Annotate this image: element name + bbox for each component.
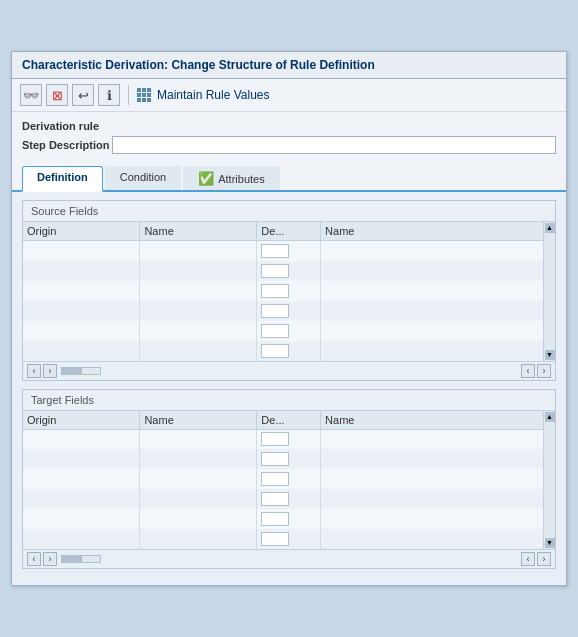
delete-icon: ⊠ (52, 88, 63, 103)
display-button[interactable]: 👓 (20, 84, 42, 106)
target-name-cell (140, 449, 257, 469)
target-name2-cell (321, 469, 555, 489)
title-bar: Characteristic Derivation: Change Struct… (12, 52, 566, 79)
target-left-nav: ‹ › (27, 552, 103, 566)
source-de-cell (257, 261, 321, 281)
target-scroll-left-btn[interactable]: ‹ (27, 552, 41, 566)
tab-definition[interactable]: Definition (22, 166, 103, 192)
target-de-cell (257, 529, 321, 549)
source-de-cell (257, 241, 321, 261)
target-name2-cell (321, 449, 555, 469)
target-name2-cell (321, 429, 555, 449)
source-fields-footer: ‹ › ‹ › (23, 361, 555, 380)
source-nav-right-btn[interactable]: › (537, 364, 551, 378)
table-row (23, 241, 555, 261)
target-name-cell (140, 469, 257, 489)
source-right-nav: ‹ › (521, 364, 551, 378)
table-row (23, 509, 555, 529)
target-de-header: De... (257, 411, 321, 430)
source-de-cell (257, 341, 321, 361)
target-de-cell (257, 469, 321, 489)
info-button[interactable]: ℹ (98, 84, 120, 106)
source-left-nav: ‹ › (27, 364, 103, 378)
toolbar: 👓 ⊠ ↩ ℹ Maintain Rule Values (12, 79, 566, 112)
target-name-cell (140, 429, 257, 449)
window-title: Characteristic Derivation: Change Struct… (22, 58, 375, 72)
target-name2-header: Name (321, 411, 555, 430)
tab-attributes-label: Attributes (218, 173, 264, 185)
derivation-rule-label: Derivation rule (22, 120, 112, 132)
derivation-rule-row: Derivation rule (22, 120, 556, 132)
step-description-row: Step Description (22, 136, 556, 154)
source-de-cell (257, 321, 321, 341)
source-de-cell (257, 301, 321, 321)
target-scroll-up-btn[interactable]: ▲ (545, 412, 555, 422)
source-name2-header: Name (321, 222, 555, 241)
tab-bar: Definition Condition ✅ Attributes (12, 162, 566, 192)
undo-button[interactable]: ↩ (72, 84, 94, 106)
target-name2-cell (321, 509, 555, 529)
source-name-cell (140, 321, 257, 341)
source-name2-cell (321, 341, 555, 361)
main-window: Characteristic Derivation: Change Struct… (11, 51, 567, 586)
source-scroll-left-btn[interactable]: ‹ (27, 364, 41, 378)
target-scroll-down-btn[interactable]: ▼ (545, 538, 555, 548)
target-origin-cell (23, 429, 140, 449)
target-origin-cell (23, 469, 140, 489)
target-scrollbar[interactable]: ▲ ▼ (543, 411, 555, 550)
target-fields-header-row: Origin Name De... Name (23, 411, 555, 430)
scroll-up-btn[interactable]: ▲ (545, 223, 555, 233)
source-origin-cell (23, 281, 140, 301)
target-de-cell (257, 489, 321, 509)
undo-icon: ↩ (78, 88, 89, 103)
target-nav-left-btn[interactable]: ‹ (521, 552, 535, 566)
source-name2-cell (321, 301, 555, 321)
target-h-scrollbar[interactable] (61, 555, 101, 563)
source-name2-cell (321, 281, 555, 301)
source-h-scrollbar[interactable] (61, 367, 101, 375)
source-scroll-right-btn[interactable]: › (43, 364, 57, 378)
source-nav-left-btn[interactable]: ‹ (521, 364, 535, 378)
tab-attributes-content: ✅ Attributes (198, 171, 264, 186)
table-row (23, 489, 555, 509)
target-scroll-right-btn[interactable]: › (43, 552, 57, 566)
maintain-rule-values-label: Maintain Rule Values (157, 88, 270, 102)
target-de-cell (257, 449, 321, 469)
tab-condition[interactable]: Condition (105, 166, 181, 190)
source-name-cell (140, 341, 257, 361)
scroll-down-btn[interactable]: ▼ (545, 350, 555, 360)
delete-button[interactable]: ⊠ (46, 84, 68, 106)
target-fields-table-container: Origin Name De... Name (23, 411, 555, 550)
target-fields-footer: ‹ › ‹ › (23, 549, 555, 568)
separator (128, 85, 129, 105)
source-origin-cell (23, 321, 140, 341)
table-row (23, 341, 555, 361)
source-scrollbar[interactable]: ▲ ▼ (543, 222, 555, 361)
step-description-input[interactable] (112, 136, 556, 154)
target-de-cell (257, 509, 321, 529)
target-origin-cell (23, 449, 140, 469)
source-origin-cell (23, 301, 140, 321)
main-content: Source Fields Origin Name De... Name (12, 192, 566, 585)
tab-definition-label: Definition (37, 171, 88, 183)
target-fields-title: Target Fields (23, 390, 555, 411)
table-row (23, 449, 555, 469)
target-name-header: Name (140, 411, 257, 430)
source-name-cell (140, 261, 257, 281)
target-origin-cell (23, 529, 140, 549)
target-nav-right-btn[interactable]: › (537, 552, 551, 566)
tab-condition-label: Condition (120, 171, 166, 183)
table-row (23, 281, 555, 301)
target-fields-body (23, 429, 555, 549)
source-origin-cell (23, 341, 140, 361)
source-origin-header: Origin (23, 222, 140, 241)
target-name-cell (140, 529, 257, 549)
source-name-header: Name (140, 222, 257, 241)
tab-attributes[interactable]: ✅ Attributes (183, 166, 279, 190)
table-row (23, 429, 555, 449)
maintain-rule-values-button[interactable]: Maintain Rule Values (137, 88, 270, 102)
source-name-cell (140, 241, 257, 261)
green-check-icon: ✅ (198, 171, 214, 186)
target-de-cell (257, 429, 321, 449)
target-fields-table: Origin Name De... Name (23, 411, 555, 550)
